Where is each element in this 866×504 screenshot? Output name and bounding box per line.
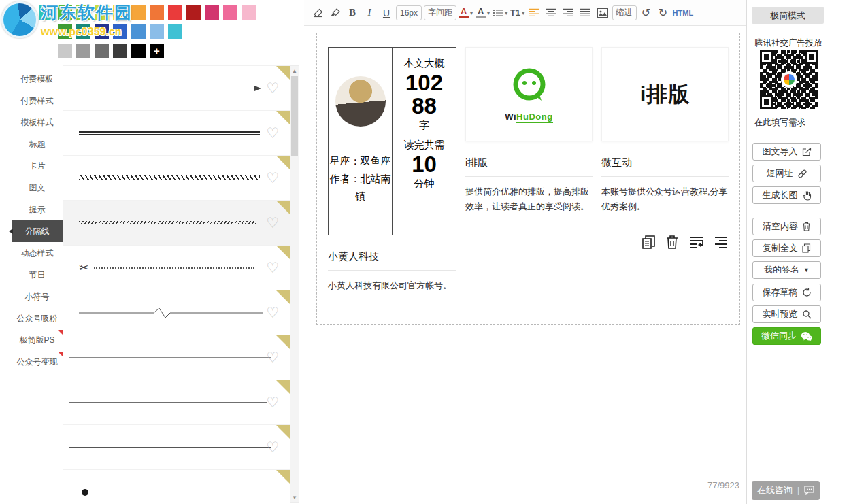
color-swatch[interactable]: [58, 44, 72, 58]
save-draft-button[interactable]: 保存草稿: [752, 284, 821, 301]
divider-item-double-line[interactable]: ♡: [63, 111, 291, 156]
color-swatch[interactable]: [58, 24, 72, 39]
color-swatch[interactable]: [76, 5, 90, 20]
color-swatch[interactable]: [223, 5, 237, 20]
sidebar-item-festival[interactable]: 节日: [12, 264, 63, 286]
divider-item-thin-line[interactable]: ♡: [63, 335, 291, 380]
block-wrap-button[interactable]: [688, 235, 704, 249]
sidebar-item-dynamic-styles[interactable]: 动态样式: [12, 242, 63, 264]
divider-item-wavy-line[interactable]: ♡: [63, 201, 291, 246]
scroll-down-icon[interactable]: ▼: [290, 492, 299, 502]
preview-button[interactable]: 实时预览: [752, 305, 821, 323]
color-swatch[interactable]: [113, 5, 127, 20]
divider-item-arrow-line[interactable]: ♡: [63, 66, 291, 111]
favorite-icon[interactable]: ♡: [266, 259, 279, 275]
color-swatch[interactable]: [58, 5, 72, 20]
list-style-button[interactable]: ▾: [493, 5, 508, 21]
short-url-button[interactable]: 短网址: [752, 165, 821, 182]
underline-button[interactable]: U: [379, 5, 394, 21]
color-swatch[interactable]: [76, 44, 90, 58]
font-size-select[interactable]: 16px: [396, 5, 422, 20]
color-swatch[interactable]: [131, 24, 146, 39]
color-swatch[interactable]: [95, 44, 109, 58]
sidebar-item-tips[interactable]: 提示: [12, 199, 63, 220]
undo-button[interactable]: ↺: [639, 5, 654, 21]
favorite-icon[interactable]: ♡: [266, 304, 279, 320]
sidebar-item-fan-growth[interactable]: 公众号吸粉: [12, 307, 63, 329]
bg-color-button[interactable]: A ▾: [476, 5, 490, 21]
divider-item-line-heart-end[interactable]: ♡: [63, 425, 291, 470]
favorite-icon[interactable]: ♡: [266, 169, 279, 186]
sidebar-item-image-text[interactable]: 图文: [12, 177, 63, 199]
editor-canvas[interactable]: 星座：双鱼座 作者：北站南镇 本文大概 10288 字 读完共需 10 分钟 小…: [304, 26, 746, 504]
color-swatch[interactable]: [95, 24, 109, 39]
favorite-icon[interactable]: ♡: [266, 124, 279, 141]
color-swatch[interactable]: [168, 24, 182, 39]
letter-spacing-select[interactable]: 字间距: [424, 5, 456, 20]
favorite-icon[interactable]: ♡: [266, 214, 279, 231]
color-swatch[interactable]: [76, 24, 90, 39]
html-button[interactable]: HTML: [673, 5, 694, 21]
color-swatch[interactable]: [186, 5, 201, 20]
block-copy-button[interactable]: [642, 235, 656, 250]
italic-button[interactable]: I: [362, 5, 377, 21]
block-justify-button[interactable]: [714, 235, 729, 249]
import-article-button[interactable]: 图文导入: [752, 143, 821, 161]
favorite-icon[interactable]: ♡: [266, 394, 279, 410]
align-left-button[interactable]: [527, 5, 542, 21]
format-clear-button[interactable]: [311, 5, 326, 21]
color-swatch[interactable]: [95, 5, 109, 20]
block-delete-button[interactable]: [665, 235, 679, 250]
favorite-icon[interactable]: ♡: [266, 80, 279, 96]
redo-button[interactable]: ↻: [656, 5, 671, 21]
color-swatch[interactable]: [168, 5, 182, 20]
heading-button[interactable]: T1 ▾: [510, 5, 525, 21]
divider-item-hatch-line[interactable]: ♡: [63, 156, 291, 201]
font-color-button[interactable]: A ▾: [459, 5, 473, 21]
divider-item-pulse-line[interactable]: ♡: [63, 290, 291, 335]
corner-fold-icon: [276, 470, 291, 485]
favorite-icon[interactable]: ♡: [266, 439, 279, 455]
favorite-icon[interactable]: ♡: [266, 349, 279, 365]
align-center-button[interactable]: [544, 5, 559, 21]
insert-image-button[interactable]: [595, 5, 610, 21]
color-swatch[interactable]: [113, 24, 127, 39]
minimal-mode-button[interactable]: 极简模式: [752, 7, 824, 24]
sidebar-item-card[interactable]: 卡片: [12, 155, 63, 177]
color-swatch[interactable]: [150, 5, 164, 20]
color-swatch[interactable]: [113, 44, 127, 58]
align-justify-button[interactable]: [578, 5, 593, 21]
sidebar-item-title[interactable]: 标题: [12, 133, 63, 155]
scroll-up-icon[interactable]: ▲: [290, 66, 299, 75]
my-signature-button[interactable]: 我的签名 ▼: [752, 261, 821, 279]
color-swatch[interactable]: [131, 5, 146, 20]
divider-item-line-heart[interactable]: ♡: [63, 380, 291, 425]
format-brush-button[interactable]: [328, 5, 343, 21]
divider-item-dot-line[interactable]: [63, 470, 291, 504]
color-swatch[interactable]: [242, 5, 256, 20]
copy-all-button[interactable]: 复制全文: [752, 239, 821, 257]
indent-button[interactable]: 缩进: [612, 5, 637, 20]
scrollbar-thumb[interactable]: [291, 76, 298, 156]
sidebar-item-template-styles[interactable]: 模板样式: [12, 112, 63, 133]
color-swatch[interactable]: [131, 44, 146, 58]
add-color-button[interactable]: +: [150, 44, 164, 58]
online-chat-button[interactable]: 在线咨询 |: [752, 481, 820, 500]
clear-content-button[interactable]: 清空内容: [752, 218, 821, 235]
bold-button[interactable]: B: [345, 5, 360, 21]
sidebar-item-mini-ps[interactable]: 极简版PS: [12, 329, 63, 351]
long-image-button[interactable]: 生成长图: [752, 186, 821, 204]
color-swatch[interactable]: [150, 24, 164, 39]
wechat-sync-button[interactable]: 微信同步: [752, 327, 821, 345]
align-right-button[interactable]: [561, 5, 576, 21]
sidebar-item-paid-templates[interactable]: 付费模板: [12, 68, 63, 90]
divider-item-scissors-line[interactable]: ✂ ♡: [63, 246, 291, 290]
color-swatch[interactable]: [39, 5, 54, 20]
left-scrollbar[interactable]: ▲ ▼: [290, 65, 299, 503]
sidebar-item-symbols[interactable]: 小符号: [12, 286, 63, 307]
color-swatch[interactable]: [205, 5, 219, 20]
article-selection[interactable]: 星座：双鱼座 作者：北站南镇 本文大概 10288 字 读完共需 10 分钟 小…: [316, 33, 740, 325]
sidebar-item-monetize[interactable]: 公众号变现: [12, 351, 63, 373]
sidebar-item-paid-styles[interactable]: 付费样式: [12, 90, 63, 112]
sidebar-item-divider[interactable]: 分隔线: [12, 220, 63, 242]
